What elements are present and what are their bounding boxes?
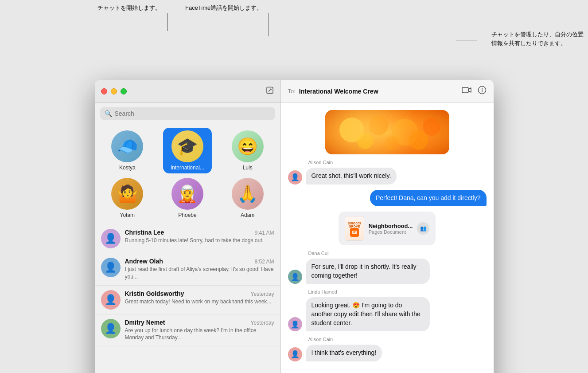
- annotation-info-line: [456, 40, 477, 40]
- contact-name-adam: Adam: [241, 212, 254, 218]
- contact-avatar-phoebe: 🧝: [171, 178, 203, 210]
- svg-point-6: [482, 88, 483, 89]
- annotation-compose: チャットを開始します。: [97, 4, 161, 12]
- msg-row-outgoing1: Perfect! Dana, can you add it directly?: [288, 190, 487, 207]
- flower-image: [325, 110, 449, 154]
- conv-avatar-dmitry: 👤: [101, 319, 121, 338]
- doc-type: Pages Document: [369, 229, 413, 235]
- msg-bubble-outgoing1: Perfect! Dana, can you add it directly?: [370, 190, 487, 207]
- conv-item-christina[interactable]: 👤 Christina Lee 9:41 AM Running 5-10 min…: [95, 224, 280, 253]
- chat-header: To: Interational Welcome Crew: [281, 80, 494, 103]
- msg-avatar-alison1: 👤: [288, 170, 302, 185]
- svg-point-11: [392, 119, 418, 145]
- doc-attachment: SIROCCIGROVE: [339, 212, 436, 245]
- doc-icon: SIROCCIGROVE: [345, 216, 364, 241]
- svg-point-12: [423, 118, 440, 136]
- contact-item-international[interactable]: 🎓 International...: [163, 128, 212, 173]
- msg-group-alison2: Alison Cain 👤 I think that's everything!: [288, 337, 487, 361]
- contact-item-kostya[interactable]: 🧢 Kostya: [103, 128, 152, 173]
- search-bar: 🔍: [100, 107, 275, 120]
- msg-sender-dana: Dana Cui: [308, 251, 487, 256]
- conv-content-christina: Christina Lee 9:41 AM Running 5-10 minut…: [125, 229, 274, 244]
- msg-bubble-alison1: Great shot, this'll work nicely.: [306, 168, 397, 185]
- maximize-button[interactable]: [121, 88, 127, 94]
- msg-row-alison1: 👤 Great shot, this'll work nicely.: [288, 168, 487, 185]
- conv-preview-kristin: Great match today! Need to work on my ba…: [125, 298, 274, 306]
- conv-item-kristin[interactable]: 👤 Kristin Goldsworthy Yesterday Great ma…: [95, 286, 280, 314]
- annotation-facetime: FaceTime通話を開始します。: [185, 4, 262, 12]
- chat-recipient: Interational Welcome Crew: [299, 88, 378, 95]
- sidebar: 🔍 🧢 Kostya 🎓 International... 😄 Luis: [95, 80, 281, 373]
- messages-area[interactable]: Alison Cain 👤 Great shot, this'll work n…: [281, 103, 494, 373]
- info-button[interactable]: [478, 86, 487, 97]
- msg-sender-alison2: Alison Cain: [308, 337, 487, 342]
- msg-row-dana: 👤 For sure, I'll drop it in shortly. It'…: [288, 259, 487, 284]
- contact-avatar-kostya: 🧢: [111, 130, 143, 162]
- contact-name-yotam: Yotam: [120, 212, 135, 218]
- svg-line-1: [269, 89, 271, 91]
- svg-point-14: [385, 136, 399, 150]
- chat-to-label: To:: [288, 88, 296, 94]
- contact-name-international: International...: [171, 165, 204, 171]
- search-input[interactable]: [115, 110, 271, 117]
- conv-item-dmitry[interactable]: 👤 Dmitry Nemet Yesterday Are you up for …: [95, 314, 280, 347]
- contact-item-adam[interactable]: 🙏 Adam: [223, 175, 272, 221]
- conv-avatar-kristin: 👤: [101, 290, 121, 310]
- annotation-compose-line: [167, 13, 168, 31]
- contact-avatar-luis: 😄: [232, 130, 264, 162]
- contact-name-phoebe: Phoebe: [178, 212, 196, 218]
- search-icon: 🔍: [105, 110, 112, 117]
- conv-time-dmitry: Yesterday: [251, 320, 274, 326]
- msg-bubble-linda: Looking great. 😍 I'm going to do another…: [306, 297, 430, 331]
- contact-item-yotam[interactable]: 🤷 Yotam: [103, 175, 152, 221]
- msg-bubble-alison2: I think that's everything!: [306, 345, 382, 361]
- attachment-container: SIROCCIGROVE: [288, 212, 487, 245]
- minimize-button[interactable]: [111, 88, 117, 94]
- conv-name-andrew: Andrew Olah: [125, 258, 163, 265]
- conversation-list: 👤 Christina Lee 9:41 AM Running 5-10 min…: [95, 224, 280, 373]
- facetime-button[interactable]: [462, 86, 471, 96]
- image-message-container: [288, 110, 487, 154]
- app-outer: チャットを開始します。 FaceTime通話を開始します。 チャットを管理したり…: [0, 0, 588, 373]
- traffic-lights: [101, 88, 127, 94]
- contact-item-luis[interactable]: 😄 Luis: [223, 128, 272, 173]
- conv-preview-dmitry: Are you up for lunch one day this week? …: [125, 327, 274, 342]
- compose-button[interactable]: [265, 86, 274, 97]
- annotation-facetime-line: [269, 13, 269, 36]
- app-window: 🔍 🧢 Kostya 🎓 International... 😄 Luis: [95, 80, 494, 373]
- conv-preview-christina: Running 5-10 minutes late! Sorry, had to…: [125, 237, 274, 244]
- msg-group-linda: Linda Hamed 👤 Looking great. 😍 I'm going…: [288, 289, 487, 331]
- doc-share-icon[interactable]: 👥: [417, 222, 429, 235]
- doc-info: Neighborhood... Pages Document: [369, 223, 413, 235]
- conv-item-andrew[interactable]: 👤 Andrew Olah 8:52 AM I just read the fi…: [95, 253, 280, 286]
- conv-time-christina: 9:41 AM: [254, 230, 274, 236]
- msg-avatar-linda: 👤: [288, 317, 302, 331]
- conv-content-andrew: Andrew Olah 8:52 AM I just read the firs…: [125, 258, 274, 281]
- conv-time-andrew: 8:52 AM: [254, 259, 274, 265]
- msg-sender-alison1: Alison Cain: [308, 160, 487, 165]
- contact-item-phoebe[interactable]: 🧝 Phoebe: [163, 175, 212, 221]
- contact-avatar-international: 🎓: [171, 130, 203, 162]
- msg-sender-linda: Linda Hamed: [308, 289, 487, 294]
- msg-row-alison2: 👤 I think that's everything!: [288, 345, 487, 361]
- msg-group-alison1: Alison Cain 👤 Great shot, this'll work n…: [288, 160, 487, 185]
- msg-avatar-dana: 👤: [288, 270, 302, 284]
- conv-name-kristin: Kristin Goldsworthy: [125, 290, 184, 297]
- chat-title-area: To: Interational Welcome Crew: [288, 88, 458, 95]
- svg-rect-4: [462, 87, 468, 93]
- conv-content-kristin: Kristin Goldsworthy Yesterday Great matc…: [125, 290, 274, 306]
- conv-name-dmitry: Dmitry Nemet: [125, 319, 165, 326]
- conv-time-kristin: Yesterday: [251, 291, 274, 297]
- svg-point-10: [369, 116, 388, 135]
- conv-name-christina: Christina Lee: [125, 229, 164, 236]
- pinned-contacts: 🧢 Kostya 🎓 International... 😄 Luis 🤷 Yot…: [95, 124, 280, 224]
- svg-point-15: [409, 130, 428, 150]
- chat-area: To: Interational Welcome Crew: [281, 80, 494, 373]
- svg-point-9: [339, 118, 364, 142]
- contact-avatar-yotam: 🤷: [111, 178, 143, 210]
- msg-row-linda: 👤 Looking great. 😍 I'm going to do anoth…: [288, 297, 487, 331]
- svg-rect-8: [325, 110, 449, 154]
- msg-group-dana: Dana Cui 👤 For sure, I'll drop it in sho…: [288, 251, 487, 284]
- contact-name-luis: Luis: [243, 165, 253, 171]
- close-button[interactable]: [101, 88, 107, 94]
